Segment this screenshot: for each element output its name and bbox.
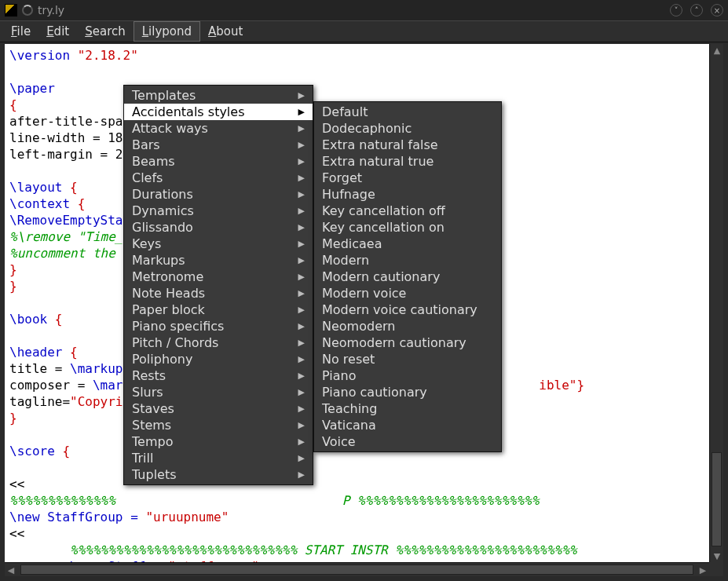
horizontal-scrollbar[interactable]: ◀ ▶ (5, 562, 709, 576)
lilypond-item-stems[interactable]: Stems▶ (124, 417, 313, 433)
lilypond-dropdown: Templates▶Accidentals styles▶Attack ways… (123, 85, 313, 485)
menu-item-label: Key cancellation on (322, 220, 444, 235)
close-button[interactable]: × (711, 4, 723, 16)
lilypond-item-attack-ways[interactable]: Attack ways▶ (124, 120, 313, 137)
accidentals-item-modern[interactable]: Modern (314, 252, 501, 269)
scroll-down-icon[interactable]: ▼ (712, 551, 722, 561)
lilypond-item-pitch-chords[interactable]: Pitch / Chords▶ (124, 334, 313, 351)
menubar: File Edit Search Lilypond About (0, 20, 728, 42)
chevron-right-icon: ▶ (298, 354, 305, 364)
menu-item-label: Templates (132, 88, 196, 103)
window-title: try.ly (38, 4, 64, 16)
menu-item-label: No reset (322, 352, 375, 367)
menu-item-label: Durations (132, 187, 193, 202)
maximize-button[interactable]: ˄ (690, 4, 703, 16)
menu-item-label: Extra natural false (322, 137, 438, 152)
chevron-right-icon: ▶ (298, 123, 305, 133)
chevron-right-icon: ▶ (298, 470, 305, 480)
minimize-button[interactable]: ˅ (670, 4, 682, 16)
accidentals-item-modern-voice[interactable]: Modern voice (314, 285, 501, 301)
menu-item-label: Markups (132, 253, 185, 268)
lilypond-item-rests[interactable]: Rests▶ (124, 367, 313, 384)
accidentals-item-extra-natural-false[interactable]: Extra natural false (314, 137, 501, 153)
chevron-right-icon: ▶ (298, 272, 305, 282)
scroll-left-icon[interactable]: ◀ (6, 565, 16, 575)
lilypond-item-glissando[interactable]: Glissando▶ (124, 219, 313, 236)
lilypond-item-piano-specifics[interactable]: Piano specifics▶ (124, 318, 313, 334)
scroll-right-icon[interactable]: ▶ (698, 565, 708, 575)
menu-item-label: Default (322, 104, 368, 119)
titlebar[interactable]: try.ly ˅ ˄ × (0, 0, 728, 20)
vertical-scrollbar[interactable]: ▲ ▼ (709, 44, 723, 562)
menu-item-label: Keys (132, 236, 161, 251)
accidentals-item-default[interactable]: Default (314, 104, 501, 120)
menu-file[interactable]: File (3, 21, 38, 42)
menu-item-label: Accidentals styles (132, 104, 245, 119)
accidentals-item-modern-cautionary[interactable]: Modern cautionary (314, 269, 501, 285)
accidentals-item-hufnage[interactable]: Hufnage (314, 186, 501, 203)
lilypond-item-markups[interactable]: Markups▶ (124, 252, 313, 269)
lilypond-item-note-heads[interactable]: Note Heads▶ (124, 285, 313, 301)
lilypond-item-poliphony[interactable]: Poliphony▶ (124, 351, 313, 367)
busy-icon (22, 5, 33, 16)
menu-item-label: Key cancellation off (322, 203, 445, 218)
menu-edit[interactable]: Edit (38, 21, 77, 42)
menu-item-label: Poliphony (132, 352, 192, 367)
lilypond-item-staves[interactable]: Staves▶ (124, 400, 313, 417)
lilypond-item-tuplets[interactable]: Tuplets▶ (124, 466, 313, 483)
menu-item-label: Forget (322, 170, 362, 185)
accidentals-item-vaticana[interactable]: Vaticana (314, 417, 501, 433)
accidentals-item-piano-cautionary[interactable]: Piano cautionary (314, 384, 501, 400)
menu-item-label: Rests (132, 368, 166, 383)
accidentals-item-forget[interactable]: Forget (314, 170, 501, 186)
lilypond-item-clefs[interactable]: Clefs▶ (124, 170, 313, 186)
menu-item-label: Paper block (132, 302, 205, 317)
menu-item-label: Voice (322, 434, 356, 449)
menu-item-label: Tempo (132, 434, 173, 449)
lilypond-item-dynamics[interactable]: Dynamics▶ (124, 203, 313, 219)
menu-search[interactable]: Search (77, 21, 134, 42)
menu-item-label: Pitch / Chords (132, 335, 218, 350)
accidentals-item-teaching[interactable]: Teaching (314, 400, 501, 417)
lilypond-item-bars[interactable]: Bars▶ (124, 137, 313, 153)
lilypond-item-trill[interactable]: Trill▶ (124, 450, 313, 466)
accidentals-item-key-cancellation-off[interactable]: Key cancellation off (314, 203, 501, 219)
menu-item-label: Modern cautionary (322, 269, 440, 284)
scroll-up-icon[interactable]: ▲ (712, 46, 722, 55)
accidentals-item-no-reset[interactable]: No reset (314, 351, 501, 367)
chevron-right-icon: ▶ (298, 420, 305, 430)
lilypond-item-slurs[interactable]: Slurs▶ (124, 384, 313, 400)
lilypond-item-keys[interactable]: Keys▶ (124, 236, 313, 252)
lilypond-item-durations[interactable]: Durations▶ (124, 186, 313, 203)
accidentals-item-key-cancellation-on[interactable]: Key cancellation on (314, 219, 501, 236)
chevron-right-icon: ▶ (298, 404, 305, 414)
menu-lilypond[interactable]: Lilypond (134, 21, 200, 42)
menu-about[interactable]: About (200, 21, 251, 42)
lilypond-item-beams[interactable]: Beams▶ (124, 153, 313, 170)
lilypond-item-accidentals-styles[interactable]: Accidentals styles▶ (124, 104, 313, 120)
chevron-right-icon: ▶ (298, 173, 305, 183)
accidentals-item-medicaea[interactable]: Medicaea (314, 236, 501, 252)
menu-item-label: Dynamics (132, 203, 194, 218)
accidentals-item-voice[interactable]: Voice (314, 433, 501, 450)
vscroll-thumb[interactable] (712, 452, 722, 546)
menu-item-label: Bars (132, 137, 160, 152)
lilypond-item-templates[interactable]: Templates▶ (124, 87, 313, 104)
accidentals-item-piano[interactable]: Piano (314, 367, 501, 384)
chevron-right-icon: ▶ (298, 90, 305, 100)
app-window: try.ly ˅ ˄ × File Edit Search Lilypond A… (0, 0, 728, 581)
accidentals-item-modern-voice-cautionary[interactable]: Modern voice cautionary (314, 301, 501, 318)
chevron-right-icon: ▶ (298, 255, 305, 265)
menu-item-label: Beams (132, 154, 175, 169)
lilypond-item-metronome[interactable]: Metronome▶ (124, 269, 313, 285)
lilypond-item-paper-block[interactable]: Paper block▶ (124, 301, 313, 318)
accidentals-item-extra-natural-true[interactable]: Extra natural true (314, 153, 501, 170)
accidentals-item-neomodern[interactable]: Neomodern (314, 318, 501, 334)
menu-item-label: Piano cautionary (322, 385, 427, 400)
menu-item-label: Metronome (132, 269, 203, 284)
hscroll-thumb[interactable] (20, 565, 693, 575)
lilypond-item-tempo[interactable]: Tempo▶ (124, 433, 313, 450)
accidentals-item-neomodern-cautionary[interactable]: Neomodern cautionary (314, 334, 501, 351)
menu-item-label: Neomodern (322, 319, 395, 334)
accidentals-item-dodecaphonic[interactable]: Dodecaphonic (314, 120, 501, 137)
